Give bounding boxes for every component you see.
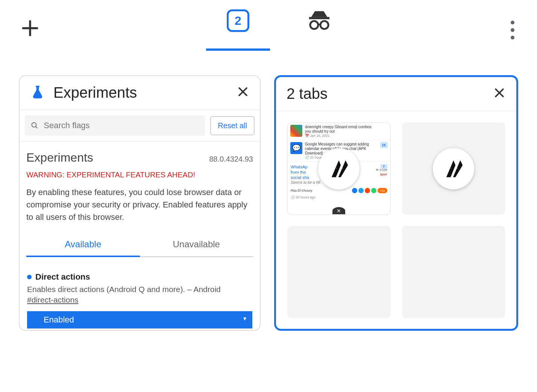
search-icon	[31, 121, 38, 130]
tab-cards-area: Experiments Reset all Experiments 88.0.4…	[0, 60, 537, 331]
tabs-count-value: 2	[235, 14, 241, 28]
experiments-content: Experiments 88.0.4324.93 WARNING: EXPERI…	[20, 142, 260, 328]
search-flags-input[interactable]	[44, 121, 199, 130]
reset-all-button[interactable]: Reset all	[210, 116, 255, 135]
new-tab-button[interactable]	[19, 18, 41, 42]
tab-thumbnail-placeholder	[402, 226, 505, 318]
tab-thumbnail-placeholder	[287, 226, 391, 318]
flask-icon	[30, 85, 45, 101]
androidpolice-logo-icon	[327, 157, 351, 181]
flags-subtabs: Available Unavailable	[26, 233, 253, 257]
flag-anchor-link[interactable]: #direct-actions	[27, 295, 79, 304]
tab-card-experiments[interactable]: Experiments Reset all Experiments 88.0.4…	[19, 75, 261, 331]
flag-state-select[interactable]: Enabled	[27, 311, 252, 328]
dot-icon	[511, 21, 514, 24]
card-header: Experiments	[20, 76, 260, 110]
svg-point-2	[320, 21, 328, 29]
experiments-description: By enabling these features, you could lo…	[26, 186, 253, 223]
close-tab-group-button[interactable]	[493, 86, 506, 101]
reddit-icon	[365, 188, 370, 193]
androidpolice-logo-icon	[441, 157, 466, 181]
article-row: downright creepy Gboard emoji combos you…	[288, 123, 390, 140]
view-count: 5,109	[379, 168, 387, 172]
tabs-switcher-indicator: 2	[206, 9, 270, 51]
article-text: downright creepy Gboard emoji combos you…	[305, 125, 378, 138]
article-thumb-icon: 💬	[290, 142, 302, 154]
svg-point-1	[310, 21, 318, 29]
active-tab-indicator	[206, 48, 270, 51]
experiments-heading: Experiments	[26, 151, 93, 165]
search-row: Reset all	[20, 110, 260, 142]
close-icon	[237, 85, 249, 98]
twitter-icon	[358, 188, 364, 193]
card-title: Experiments	[53, 84, 237, 101]
top-toolbar: 2	[0, 0, 537, 60]
chrome-version: 88.0.4324.93	[209, 155, 253, 163]
svg-point-11	[457, 168, 458, 169]
flag-status-dot	[27, 275, 32, 279]
site-favicon-badge	[433, 148, 474, 189]
close-icon	[493, 86, 506, 99]
tabs-count-button[interactable]: 2	[227, 9, 249, 32]
dot-icon	[511, 36, 514, 39]
thumbnail-close-button[interactable]: ✕	[332, 207, 345, 215]
tab-thumbnail[interactable]: downright creepy Gboard emoji combos you…	[287, 123, 391, 215]
warning-text: WARNING: EXPERIMENTAL FEATURES AHEAD!	[26, 171, 253, 179]
edit-label: EDIT	[380, 173, 387, 177]
close-tab-button[interactable]	[237, 85, 249, 100]
article-title: downright creepy Gboard emoji combos you…	[305, 125, 378, 134]
card-header: 2 tabs	[276, 77, 516, 111]
svg-marker-4	[332, 160, 341, 177]
whatsapp-icon	[371, 188, 376, 193]
tab-card-group[interactable]: 2 tabs downright creepy Gboard emoji com…	[274, 75, 518, 331]
author-name: Rita El Khoury	[291, 189, 312, 192]
svg-rect-0	[309, 17, 329, 19]
tab-thumbnails-grid: downright creepy Gboard emoji combos you…	[276, 111, 516, 329]
incognito-icon	[308, 9, 331, 31]
article-thumb-icon	[290, 125, 302, 137]
card-title: 2 tabs	[287, 85, 493, 102]
svg-marker-8	[446, 160, 455, 177]
article-date: Jan 16, 2021	[310, 134, 330, 138]
search-flags-box	[25, 115, 205, 136]
site-favicon-badge	[318, 148, 360, 189]
flag-name: Direct actions	[35, 272, 90, 282]
article-date: 21 hour	[310, 156, 322, 159]
subtab-available[interactable]: Available	[26, 233, 140, 257]
flag-description: Enables direct actions (Android Q and mo…	[27, 285, 252, 294]
share-more: +10	[378, 188, 387, 193]
facebook-icon	[352, 188, 357, 193]
tab-thumbnail[interactable]	[402, 123, 505, 215]
author-date: 20 hours ago	[296, 195, 316, 199]
plus-icon	[20, 18, 41, 39]
flag-item-direct-actions: Direct actions Enables direct actions (A…	[26, 272, 253, 328]
dot-icon	[511, 28, 514, 32]
share-buttons: +10	[352, 188, 387, 193]
svg-point-7	[342, 168, 343, 169]
comment-count: 15	[380, 142, 388, 148]
incognito-button[interactable]	[308, 9, 331, 32]
svg-point-10	[451, 168, 452, 169]
subtab-unavailable[interactable]: Unavailable	[140, 233, 253, 256]
svg-point-6	[336, 168, 337, 169]
more-menu-button[interactable]	[507, 17, 518, 43]
center-tabs-group: 2	[206, 9, 331, 51]
